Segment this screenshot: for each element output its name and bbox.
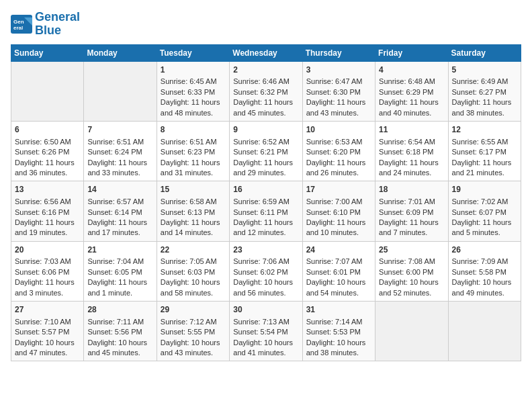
calendar-cell: 4Sunrise: 6:48 AMSunset: 6:29 PMDaylight…	[375, 61, 448, 121]
calendar-cell: 19Sunrise: 7:02 AMSunset: 6:07 PMDayligh…	[448, 181, 521, 241]
day-number: 14	[87, 184, 152, 195]
day-info: Sunrise: 6:47 AM	[306, 77, 371, 87]
calendar-cell: 25Sunrise: 7:08 AMSunset: 6:00 PMDayligh…	[375, 241, 448, 301]
day-info: Daylight: 11 hours and 5 minutes.	[452, 218, 517, 238]
calendar-cell: 17Sunrise: 7:00 AMSunset: 6:10 PMDayligh…	[302, 181, 375, 241]
calendar-cell: 30Sunrise: 7:13 AMSunset: 5:54 PMDayligh…	[230, 302, 302, 361]
day-header-thursday: Thursday	[302, 44, 375, 61]
calendar-cell: 24Sunrise: 7:07 AMSunset: 6:01 PMDayligh…	[302, 241, 375, 301]
day-info: Sunrise: 7:14 AM	[306, 317, 371, 327]
day-info: Sunset: 6:18 PM	[379, 147, 444, 157]
day-info: Daylight: 11 hours and 1 minute.	[87, 277, 152, 298]
day-info: Daylight: 11 hours and 31 minutes.	[161, 158, 226, 179]
logo-icon: Gen eral	[11, 15, 32, 34]
calendar-cell: 7Sunrise: 6:51 AMSunset: 6:24 PMDaylight…	[84, 121, 157, 181]
day-number: 30	[233, 304, 298, 316]
calendar-cell: 21Sunrise: 7:04 AMSunset: 6:05 PMDayligh…	[84, 241, 157, 301]
day-info: Sunset: 6:13 PM	[161, 208, 226, 218]
day-info: Sunrise: 7:01 AM	[379, 197, 444, 207]
calendar-cell: 31Sunrise: 7:14 AMSunset: 5:53 PMDayligh…	[302, 302, 375, 361]
day-info: Sunset: 6:30 PM	[306, 87, 371, 97]
day-number: 15	[161, 184, 226, 195]
calendar-cell: 1Sunrise: 6:45 AMSunset: 6:33 PMDaylight…	[157, 61, 229, 121]
day-info: Sunrise: 6:48 AM	[379, 77, 444, 87]
day-header-row: SundayMondayTuesdayWednesdayThursdayFrid…	[11, 44, 521, 61]
day-number: 18	[379, 184, 444, 195]
day-info: Daylight: 11 hours and 7 minutes.	[379, 218, 444, 238]
day-number: 10	[306, 124, 371, 136]
calendar-cell	[375, 302, 448, 361]
day-number: 7	[87, 124, 152, 136]
day-info: Daylight: 10 hours and 49 minutes.	[452, 277, 517, 298]
day-info: Sunset: 6:17 PM	[452, 147, 517, 157]
day-info: Daylight: 11 hours and 29 minutes.	[233, 158, 298, 179]
day-number: 29	[161, 304, 226, 316]
day-number: 24	[306, 244, 371, 256]
calendar-cell: 28Sunrise: 7:11 AMSunset: 5:56 PMDayligh…	[84, 302, 157, 361]
day-number: 4	[379, 64, 444, 76]
day-info: Sunset: 6:16 PM	[15, 208, 80, 218]
calendar-cell: 23Sunrise: 7:06 AMSunset: 6:02 PMDayligh…	[230, 241, 302, 301]
calendar-cell: 16Sunrise: 6:59 AMSunset: 6:11 PMDayligh…	[230, 181, 302, 241]
day-info: Sunset: 6:05 PM	[87, 267, 152, 277]
day-number: 21	[87, 244, 152, 256]
day-info: Sunrise: 7:11 AM	[87, 317, 152, 327]
day-header-monday: Monday	[84, 44, 157, 61]
week-row-5: 27Sunrise: 7:10 AMSunset: 5:57 PMDayligh…	[11, 302, 521, 361]
day-info: Sunrise: 7:12 AM	[161, 317, 226, 327]
day-info: Sunset: 6:01 PM	[306, 267, 371, 277]
day-info: Sunrise: 7:08 AM	[379, 257, 444, 267]
day-info: Daylight: 11 hours and 19 minutes.	[15, 218, 80, 238]
day-info: Sunrise: 7:00 AM	[306, 197, 371, 207]
day-number: 28	[87, 304, 152, 316]
day-info: Sunrise: 6:54 AM	[379, 137, 444, 147]
day-info: Daylight: 10 hours and 45 minutes.	[87, 338, 152, 359]
calendar-cell: 10Sunrise: 6:53 AMSunset: 6:20 PMDayligh…	[302, 121, 375, 181]
calendar-cell: 15Sunrise: 6:58 AMSunset: 6:13 PMDayligh…	[157, 181, 229, 241]
calendar-cell: 8Sunrise: 6:51 AMSunset: 6:23 PMDaylight…	[157, 121, 229, 181]
day-info: Daylight: 11 hours and 21 minutes.	[452, 158, 517, 179]
day-info: Daylight: 11 hours and 45 minutes.	[233, 97, 298, 118]
day-info: Daylight: 11 hours and 38 minutes.	[452, 97, 517, 118]
day-header-sunday: Sunday	[11, 44, 84, 61]
day-info: Sunrise: 7:10 AM	[15, 317, 80, 327]
day-info: Sunset: 6:24 PM	[87, 147, 152, 157]
calendar-table: SundayMondayTuesdayWednesdayThursdayFrid…	[11, 44, 521, 362]
day-info: Sunset: 5:58 PM	[452, 267, 517, 277]
day-info: Sunset: 6:32 PM	[233, 87, 298, 97]
svg-text:eral: eral	[13, 25, 23, 31]
day-number: 16	[233, 184, 298, 195]
day-info: Daylight: 11 hours and 33 minutes.	[87, 158, 152, 179]
day-info: Daylight: 11 hours and 26 minutes.	[306, 158, 371, 179]
calendar-cell: 14Sunrise: 6:57 AMSunset: 6:14 PMDayligh…	[84, 181, 157, 241]
day-number: 5	[452, 64, 517, 76]
day-info: Daylight: 11 hours and 17 minutes.	[87, 218, 152, 238]
day-number: 13	[15, 184, 80, 195]
day-info: Sunset: 6:29 PM	[379, 87, 444, 97]
day-number: 20	[15, 244, 80, 256]
day-info: Sunrise: 7:05 AM	[161, 257, 226, 267]
day-info: Sunrise: 7:09 AM	[452, 257, 517, 267]
day-info: Sunrise: 6:53 AM	[306, 137, 371, 147]
day-info: Daylight: 11 hours and 3 minutes.	[15, 277, 80, 298]
day-number: 9	[233, 124, 298, 136]
day-info: Sunrise: 7:07 AM	[306, 257, 371, 267]
day-info: Daylight: 11 hours and 12 minutes.	[233, 218, 298, 238]
calendar-cell: 18Sunrise: 7:01 AMSunset: 6:09 PMDayligh…	[375, 181, 448, 241]
day-info: Daylight: 11 hours and 40 minutes.	[379, 97, 444, 118]
day-info: Daylight: 10 hours and 47 minutes.	[15, 338, 80, 359]
day-number: 1	[161, 64, 226, 76]
day-info: Sunset: 6:10 PM	[306, 208, 371, 218]
day-info: Sunset: 6:02 PM	[233, 267, 298, 277]
day-info: Sunrise: 6:56 AM	[15, 197, 80, 207]
day-info: Sunrise: 7:04 AM	[87, 257, 152, 267]
calendar-cell: 26Sunrise: 7:09 AMSunset: 5:58 PMDayligh…	[448, 241, 521, 301]
day-info: Daylight: 11 hours and 43 minutes.	[306, 97, 371, 118]
day-info: Sunrise: 7:13 AM	[233, 317, 298, 327]
day-info: Sunset: 5:57 PM	[15, 327, 80, 337]
day-info: Daylight: 10 hours and 41 minutes.	[233, 338, 298, 359]
svg-text:Gen: Gen	[13, 19, 24, 25]
day-number: 27	[15, 304, 80, 316]
day-info: Sunset: 6:09 PM	[379, 208, 444, 218]
day-number: 31	[306, 304, 371, 316]
